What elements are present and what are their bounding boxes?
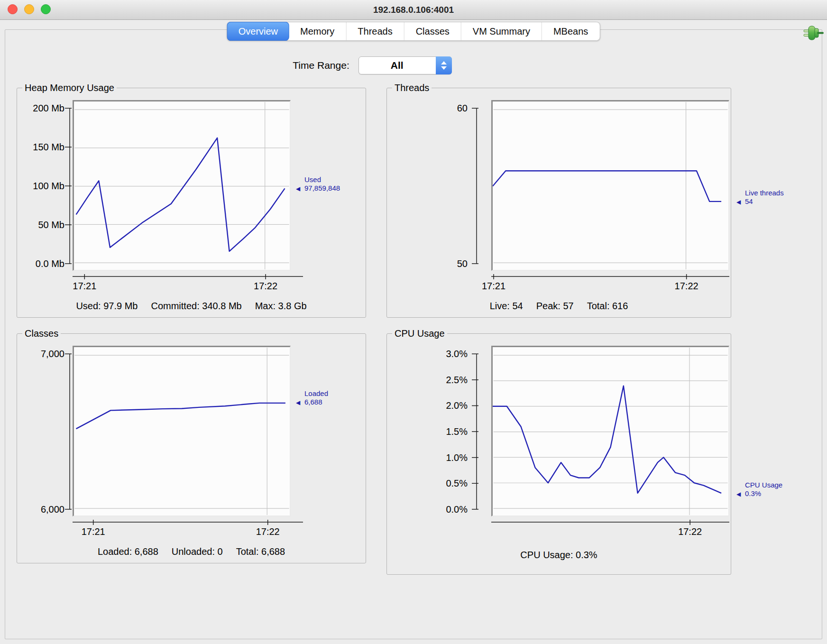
marker-arrow-icon: ◀ (736, 198, 741, 206)
stat-value: Live: 54 (490, 301, 523, 311)
tab-overview[interactable]: Overview (227, 22, 289, 41)
series-marker: ◀Loaded6,688 (296, 389, 328, 406)
classes-panel: Classes 7,0006,000 17:2117:22 ◀Loaded6,6… (17, 333, 366, 563)
threads-chart-plot (491, 100, 729, 271)
cpu-usage-panel: CPU Usage 3.0%2.5%2.0%1.5%1.0%0.5%0.0% 1… (386, 333, 731, 575)
y-tick-label: 50 Mb (38, 219, 64, 230)
x-tick-label: 17:22 (675, 281, 698, 292)
y-axis (64, 100, 72, 271)
stat-value: Peak: 57 (536, 301, 574, 311)
marker-arrow-icon: ◀ (296, 184, 300, 193)
x-axis: 17:2117:22 (491, 274, 729, 282)
series-marker: ◀Live threads54 (736, 189, 784, 206)
cpu-chart-plot (491, 346, 729, 516)
y-tick-label: 6,000 (41, 504, 64, 515)
y-tick-label: 50 (457, 258, 468, 269)
y-axis (64, 346, 72, 516)
x-tick-label: 17:21 (73, 281, 96, 292)
y-tick-label: 0.0 Mb (36, 258, 64, 269)
y-tick-label: 3.0% (446, 349, 468, 359)
y-tick-label: 100 Mb (33, 181, 64, 192)
heap-chart-plot (73, 100, 291, 271)
y-axis-labels: 6050 (415, 100, 468, 271)
x-tick-label: 17:22 (678, 526, 702, 537)
time-range-label: Time Range: (293, 60, 349, 71)
x-tick-label: 17:21 (82, 526, 105, 537)
y-tick-label: 150 Mb (33, 142, 64, 153)
panel-title: Threads (392, 83, 432, 93)
y-tick-label: 60 (457, 103, 468, 114)
y-axis-labels: 3.0%2.5%2.0%1.5%1.0%0.5%0.0% (415, 346, 468, 516)
threads-stats: Live: 54Peak: 57Total: 616 (387, 301, 731, 312)
tab-memory[interactable]: Memory (289, 22, 346, 40)
tab-threads[interactable]: Threads (346, 22, 404, 40)
marker-arrow-icon: ◀ (296, 398, 300, 407)
y-axis-labels: 7,0006,000 (17, 346, 64, 516)
x-axis: 17:2117:22 (73, 274, 303, 282)
tab-mbeans[interactable]: MBeans (542, 22, 599, 40)
y-axis (471, 100, 479, 271)
heap-memory-panel: Heap Memory Usage 200 Mb150 Mb100 Mb50 M… (17, 88, 366, 318)
marker-arrow-icon: ◀ (736, 490, 741, 498)
tab-vm-summary[interactable]: VM Summary (461, 22, 542, 40)
stat-value: Loaded: 6,688 (98, 546, 158, 557)
x-tick-label: 17:22 (254, 281, 277, 292)
tab-strip: OverviewMemoryThreadsClassesVM SummaryMB… (227, 22, 600, 41)
series-marker: ◀Used97,859,848 (296, 175, 340, 193)
x-axis: 17:2117:22 (73, 520, 303, 527)
y-tick-label: 200 Mb (33, 103, 64, 114)
titlebar: 192.168.0.106:4001 (0, 0, 827, 20)
time-range-select[interactable]: All (358, 56, 452, 74)
stat-value: Unloaded: 0 (172, 546, 223, 557)
marker-label: Live threads (745, 189, 784, 197)
panel-title: CPU Usage (392, 328, 447, 339)
stat-value: Total: 616 (587, 301, 628, 311)
marker-label: 0.3% (745, 489, 782, 498)
connection-plug-icon[interactable] (802, 24, 824, 42)
window-title: 192.168.0.106:4001 (0, 0, 827, 19)
series-marker: ◀CPU Usage0.3% (736, 481, 782, 498)
threads-panel: Threads 6050 17:2117:22 ◀Live threads54 … (386, 88, 731, 318)
y-axis-labels: 200 Mb150 Mb100 Mb50 Mb0.0 Mb (17, 100, 64, 271)
y-tick-label: 1.0% (446, 452, 468, 463)
chevron-down-icon (441, 66, 447, 70)
x-tick-label: 17:21 (482, 281, 505, 292)
marker-label: 97,859,848 (304, 184, 340, 193)
y-tick-label: 0.5% (446, 478, 468, 489)
tab-classes[interactable]: Classes (404, 22, 461, 40)
time-range-value: All (359, 57, 435, 74)
marker-label: Used (304, 175, 340, 184)
stat-value: Total: 6,688 (236, 546, 285, 557)
y-tick-label: 1.5% (446, 426, 468, 437)
marker-label: CPU Usage (745, 481, 782, 489)
x-axis: 17:22 (491, 520, 729, 527)
heap-stats: Used: 97.9 MbCommitted: 340.8 MbMax: 3.8… (17, 301, 366, 312)
y-tick-label: 0.0% (446, 504, 468, 515)
time-range-row: Time Range: All (0, 56, 786, 74)
y-tick-label: 7,000 (41, 349, 64, 359)
panel-title: Heap Memory Usage (22, 83, 117, 93)
stat-value: CPU Usage: 0.3% (520, 550, 597, 560)
chevron-up-icon (441, 61, 447, 64)
marker-label: 54 (745, 197, 784, 206)
stat-value: Used: 97.9 Mb (76, 301, 138, 311)
stat-value: Max: 3.8 Gb (255, 301, 307, 311)
classes-stats: Loaded: 6,688Unloaded: 0Total: 6,688 (17, 546, 366, 557)
panel-title: Classes (22, 328, 61, 339)
marker-label: Loaded (304, 389, 328, 398)
classes-chart-plot (73, 346, 291, 516)
y-tick-label: 2.0% (446, 400, 468, 411)
x-tick-label: 17:22 (256, 526, 280, 537)
stat-value: Committed: 340.8 Mb (151, 301, 241, 311)
y-axis (471, 346, 479, 516)
cpu-stats: CPU Usage: 0.3% (387, 550, 731, 561)
dropdown-stepper-icon[interactable] (436, 56, 452, 74)
y-tick-label: 2.5% (446, 374, 468, 385)
marker-label: 6,688 (304, 398, 328, 406)
